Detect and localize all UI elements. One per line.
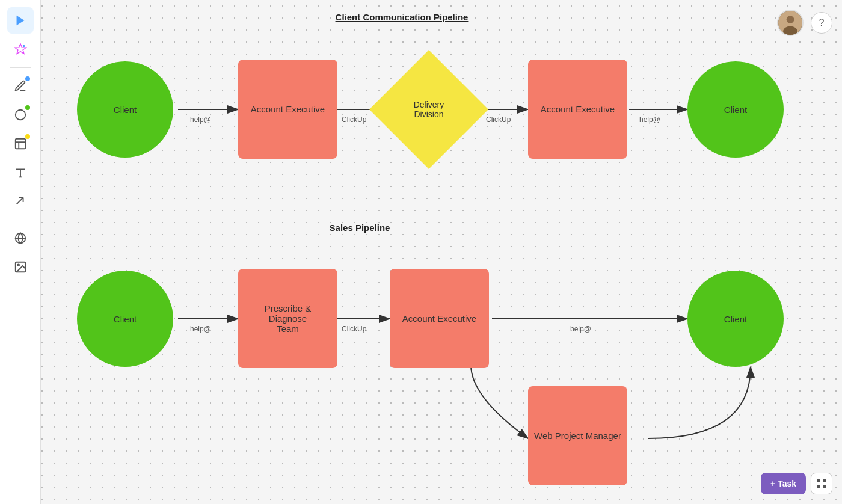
p2-ae-label: Account Executive xyxy=(402,313,476,324)
p1-client2-label: Client xyxy=(724,105,747,115)
sidebar-item-pen[interactable] xyxy=(7,73,34,99)
p2-arrow1-label: help@ xyxy=(190,325,211,333)
p2-client2-node[interactable]: Client xyxy=(687,271,784,367)
p2-client1-label: Client xyxy=(114,314,137,324)
svg-point-2 xyxy=(15,110,25,120)
svg-rect-21 xyxy=(823,485,826,488)
p1-arrow1-label: help@ xyxy=(190,115,211,124)
svg-rect-20 xyxy=(817,485,820,488)
p2-pdt-label: Prescribe & DiagnoseTeam xyxy=(244,303,331,334)
p1-arrow2-label: ClickUp xyxy=(342,115,366,124)
pipeline1-title: Client Communication Pipeline xyxy=(312,12,492,22)
p2-client1-node[interactable]: Client xyxy=(77,271,173,367)
p1-dd-node[interactable]: DeliveryDivision xyxy=(381,61,477,158)
p2-client2-label: Client xyxy=(724,314,747,324)
pipeline2-title: Sales Pipeline xyxy=(269,223,450,233)
sidebar-item-arrow[interactable] xyxy=(7,188,34,215)
help-button[interactable]: ? xyxy=(811,12,832,34)
shape-color-dot xyxy=(25,105,30,110)
p1-ae2-node[interactable]: Account Executive xyxy=(528,60,627,159)
p1-arrow4-label: help@ xyxy=(639,115,660,124)
sidebar-divider-2 xyxy=(10,220,31,220)
grid-icon xyxy=(816,478,827,489)
main-canvas: Client Communication Pipeline Client hel… xyxy=(41,0,842,504)
svg-point-6 xyxy=(17,264,19,266)
p2-arrow2-label: ClickUp xyxy=(342,325,366,333)
grid-view-button[interactable] xyxy=(811,473,832,494)
p2-pdt-node[interactable]: Prescribe & DiagnoseTeam xyxy=(238,269,337,368)
bottom-right-controls: + Task xyxy=(761,473,832,494)
sidebar-item-magic[interactable] xyxy=(7,36,34,63)
top-right-controls: ? xyxy=(777,10,832,36)
avatar-image xyxy=(778,11,802,35)
sidebar-item-globe[interactable] xyxy=(7,225,34,251)
p2-wpm-node[interactable]: Web Project Manager xyxy=(528,386,627,485)
svg-point-1 xyxy=(22,45,25,48)
sticky-color-dot xyxy=(25,134,30,139)
p1-client1-node[interactable]: Client xyxy=(77,61,173,158)
p1-client1-label: Client xyxy=(114,105,137,115)
svg-marker-0 xyxy=(16,16,24,26)
sidebar-item-image[interactable] xyxy=(7,254,34,280)
p2-ae-node[interactable]: Account Executive xyxy=(390,269,489,368)
p2-wpm-label: Web Project Manager xyxy=(534,431,621,441)
p1-ae2-label: Account Executive xyxy=(541,104,615,114)
p1-ae1-node[interactable]: Account Executive xyxy=(238,60,337,159)
sidebar-divider-1 xyxy=(10,67,31,68)
sidebar-item-text[interactable] xyxy=(7,159,34,186)
sidebar xyxy=(0,0,41,504)
svg-rect-3 xyxy=(15,139,25,149)
p1-ae1-label: Account Executive xyxy=(251,104,325,114)
user-avatar[interactable] xyxy=(777,10,804,36)
p1-arrow3-label: ClickUp xyxy=(486,115,511,124)
p1-client2-node[interactable]: Client xyxy=(687,61,784,158)
p2-arrow3-label: help@ xyxy=(570,325,591,333)
svg-rect-18 xyxy=(817,479,820,482)
svg-point-8 xyxy=(787,16,794,23)
add-task-button[interactable]: + Task xyxy=(761,473,806,494)
sidebar-item-sticky[interactable] xyxy=(7,131,34,157)
sidebar-item-select[interactable] xyxy=(7,7,34,34)
help-icon: ? xyxy=(819,17,825,28)
sidebar-item-shape[interactable] xyxy=(7,102,34,128)
p1-dd-label: DeliveryDivision xyxy=(414,100,444,119)
pen-color-dot xyxy=(25,76,30,81)
svg-rect-19 xyxy=(823,479,826,482)
